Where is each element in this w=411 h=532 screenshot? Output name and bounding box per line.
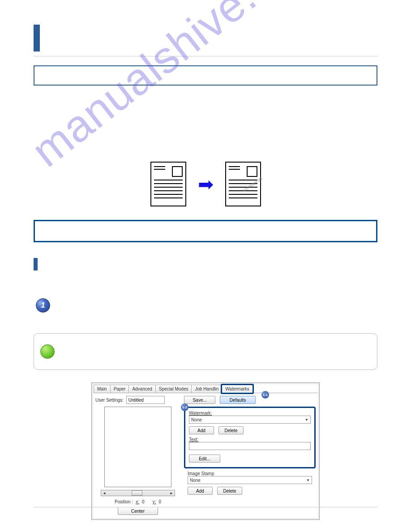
tab-job-handling[interactable]: Job Handlin [191,385,222,393]
step-number-1: 1 [36,298,50,313]
tip-box [34,333,377,370]
position-label: Position : [115,499,133,504]
image-stamp-value: None [190,478,201,483]
badge-1-2: 1-2 [181,403,188,411]
scroll-thumb[interactable] [132,490,142,496]
tab-watermarks[interactable]: Watermarks [222,385,253,393]
arrow-right-icon: ➡ [198,173,214,195]
diagram-row: ➡ CONFIDENTIAL [34,162,377,206]
scroll-left-icon[interactable]: ◄ [101,491,107,495]
title-accent [34,25,40,51]
left-pane: User Settings: ◄ ► Position : x: 0 [95,396,180,518]
image-stamp-select[interactable]: None ▼ [188,476,312,484]
image-stamp-label: Image Stamp [188,471,312,476]
page-preview [104,407,171,487]
section-box-1 [34,65,377,86]
watermark-edit-button[interactable]: Edit... [189,455,220,463]
driver-dialog: Main Paper Advanced Special Modes Job Ha… [91,382,320,520]
y-value: 0 [158,499,161,504]
user-settings-label: User Settings: [95,398,124,403]
right-pane: Save... Defaults 1-2 Watermark: None ▼ A… [184,396,316,518]
top-rule [34,56,377,56]
tab-special-modes[interactable]: Special Modes [155,385,192,393]
watermark-text-input[interactable] [189,442,311,450]
user-settings-input[interactable] [126,396,165,404]
watermark-select[interactable]: None ▼ [189,416,311,424]
preview-watermark-text: CONFIDENTIAL [242,176,263,192]
sub-heading-accent [34,258,38,270]
text-label: Text: [189,437,311,442]
bottom-rule [34,507,377,507]
watermark-delete-button[interactable]: Delete [218,426,244,434]
y-label: y: [153,499,156,504]
tab-bar: Main Paper Advanced Special Modes Job Ha… [94,385,317,393]
watermark-group: 1-2 Watermark: None ▼ Add Delete Text: [184,407,316,468]
tab-paper[interactable]: Paper [110,385,129,393]
tab-main[interactable]: Main [94,385,111,393]
center-button[interactable]: Center [118,507,158,515]
section-box-2 [34,220,377,242]
tip-lightbulb-icon [40,344,55,359]
title-bar [34,22,377,54]
tab-advanced[interactable]: Advanced [128,385,155,393]
image-stamp-add-button[interactable]: Add [188,487,213,495]
defaults-button[interactable]: Defaults [220,396,256,404]
image-stamp-group: Image Stamp None ▼ Add Delete [184,471,316,495]
watermark-label: Watermark: [189,411,311,416]
save-button[interactable]: Save... [184,396,215,404]
preview-scrollbar[interactable]: ◄ ► [101,490,175,496]
watermark-add-button[interactable]: Add [189,426,214,434]
chevron-down-icon: ▼ [306,478,310,482]
scroll-right-icon[interactable]: ► [168,491,175,495]
chevron-down-icon: ▼ [305,418,308,422]
watermark-value: None [191,417,202,422]
badge-1-1: 1-1 [261,391,269,399]
x-value: 0 [142,499,145,504]
image-stamp-delete-button[interactable]: Delete [217,487,242,495]
document-after-icon: CONFIDENTIAL [225,162,261,206]
x-label: x: [136,499,139,504]
document-before-icon [150,162,186,206]
